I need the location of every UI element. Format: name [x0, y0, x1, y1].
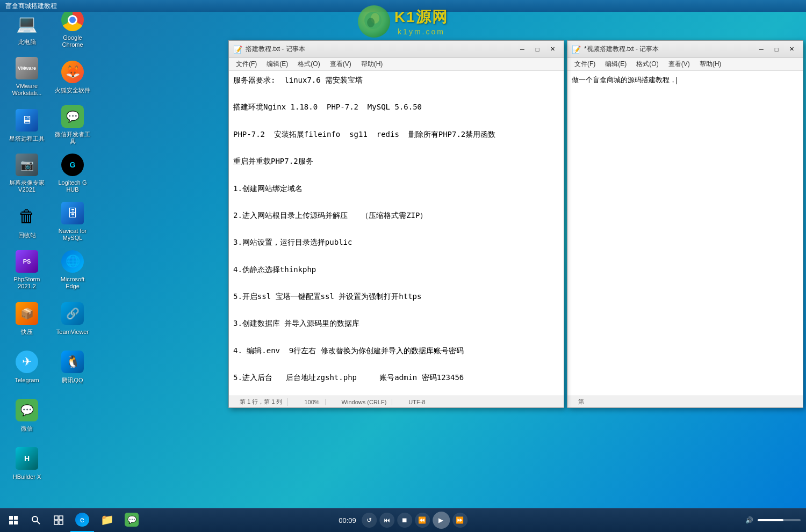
- top-titlebar: 盲盒商城搭建教程: [0, 0, 806, 12]
- recycle-icon: 🗑: [14, 204, 40, 230]
- desktop-icon-wechat[interactable]: 💬 微信: [5, 392, 48, 438]
- media-forward-btn[interactable]: ⏩: [452, 513, 467, 528]
- media-time: 00:09: [339, 516, 356, 524]
- desktop-icon-logitech[interactable]: G Logitech GHUB: [51, 150, 94, 196]
- notepad-secondary-menubar: 文件(F) 编辑(E) 格式(O) 查看(V) 帮助(H): [567, 58, 803, 71]
- hbuilder-icon: H: [14, 446, 40, 471]
- volume-slider[interactable]: [758, 519, 801, 521]
- notepad-secondary-statusbar: 第: [567, 396, 803, 407]
- status-encoding-line: Windows (CRLF): [336, 399, 393, 405]
- notepad-main-menubar: 文件(F) 编辑(E) 格式(O) 查看(V) 帮助(H): [229, 58, 564, 71]
- desktop-icon-navicat[interactable]: 🗄 Navicat forMySQL: [51, 199, 94, 244]
- desktop-icon-qq[interactable]: 🐧 腾讯QQ: [51, 344, 94, 389]
- phpstorm-icon: PS: [14, 250, 40, 274]
- desktop-icon-wechat-dev[interactable]: 💬 微信开发者工具: [51, 102, 94, 148]
- media-stop-btn[interactable]: ⏹: [397, 513, 412, 528]
- sec-menu-format[interactable]: 格式(O): [632, 59, 663, 70]
- notepad-main-icon: 📝: [233, 45, 242, 54]
- kuaiya-icon: 📦: [14, 301, 40, 326]
- notepad-main-titlebar[interactable]: 📝 搭建教程.txt - 记事本 ─ □ ✕: [229, 41, 564, 58]
- svg-rect-8: [59, 521, 63, 524]
- notepad-main-maximize[interactable]: □: [530, 43, 544, 55]
- menu-help[interactable]: 帮助(H): [357, 59, 387, 70]
- notepad-secondary-close[interactable]: ✕: [785, 43, 798, 55]
- notepad-secondary-maximize[interactable]: □: [769, 43, 783, 55]
- search-button[interactable]: [25, 509, 47, 531]
- desktop-icon-remote-tool[interactable]: 🖥 星塔远程工具: [5, 102, 48, 148]
- sec-menu-file[interactable]: 文件(F): [570, 59, 600, 70]
- status-zoom: 100%: [299, 399, 325, 405]
- taskbar-left: e 📁 💬: [0, 508, 143, 532]
- edge-label: MicrosoftEdge: [61, 276, 85, 290]
- menu-view[interactable]: 查看(V): [326, 59, 356, 70]
- notepad-secondary-controls: ─ □ ✕: [754, 43, 798, 55]
- notepad-secondary-content[interactable]: 做一个盲盒商城的源码搭建教程，: [567, 71, 803, 396]
- sec-menu-view[interactable]: 查看(V): [664, 59, 694, 70]
- menu-format[interactable]: 格式(O): [293, 59, 324, 70]
- taskbar-wechat[interactable]: 💬: [120, 508, 143, 532]
- hbuilder-label: HBuilder X: [13, 473, 41, 480]
- huohu-label: 火狐安全软件: [55, 87, 90, 94]
- media-rewind-btn[interactable]: ⏪: [415, 513, 430, 528]
- taskbar-explorer-icon: 📁: [100, 513, 114, 527]
- desktop-icon-teamviewer[interactable]: 🔗 TeamViewer: [51, 295, 94, 341]
- notepad-secondary-icon: 📝: [572, 45, 581, 54]
- desktop-icon-hbuilder[interactable]: H HBuilder X: [5, 440, 48, 486]
- status-position: 第 1 行，第 1 列: [234, 398, 288, 406]
- sec-menu-help[interactable]: 帮助(H): [695, 59, 726, 70]
- windows-logo-icon: [9, 516, 18, 524]
- navicat-label: Navicat forMySQL: [59, 228, 87, 242]
- desktop-icon-computer[interactable]: 💻 此电脑: [5, 5, 48, 51]
- menu-edit[interactable]: 编辑(E): [262, 59, 292, 70]
- svg-point-1: [371, 13, 379, 24]
- desktop-icon-edge[interactable]: 🌐 MicrosoftEdge: [51, 247, 94, 293]
- taskview-icon: [54, 515, 63, 525]
- media-prev-btn[interactable]: ⏮: [379, 513, 394, 528]
- logitech-icon: G: [60, 153, 85, 177]
- desktop-icon-vmware[interactable]: VMware VMwareWorkstati...: [5, 54, 48, 99]
- start-button[interactable]: [3, 509, 24, 531]
- desktop-icon-huohu[interactable]: 🦊 火狐安全软件: [51, 54, 94, 99]
- desktop-icon-chrome[interactable]: GoogleChrome: [51, 5, 94, 51]
- media-play-btn[interactable]: ▶: [433, 512, 450, 529]
- desktop-icons-container: 💻 此电脑 VMware VMwareWorkstati... 🖥 星塔远程工具…: [5, 5, 91, 508]
- media-replay-btn[interactable]: ↺: [362, 513, 377, 528]
- kuaiya-label: 快压: [21, 329, 33, 336]
- notepad-main-statusbar: 第 1 行，第 1 列 100% Windows (CRLF) UTF-8: [229, 396, 564, 407]
- vmware-icon: VMware: [14, 56, 40, 81]
- huohu-icon: 🦊: [60, 59, 85, 85]
- telegram-label: Telegram: [15, 377, 39, 384]
- volume-icon: 🔊: [745, 516, 753, 524]
- notepad-main-controls: ─ □ ✕: [515, 43, 559, 55]
- desktop-icon-screenshot[interactable]: 📷 屏幕录像专家V2021: [5, 150, 48, 196]
- taskbar-edge[interactable]: e: [70, 508, 94, 532]
- telegram-icon: ✈: [14, 349, 40, 375]
- wechat-label: 微信: [21, 425, 33, 432]
- desktop-icon-telegram[interactable]: ✈ Telegram: [5, 344, 48, 389]
- phpstorm-label: PhpStorm2021.2: [14, 276, 40, 290]
- qq-icon: 🐧: [60, 349, 85, 375]
- desktop-icon-phpstorm[interactable]: PS PhpStorm2021.2: [5, 247, 48, 293]
- navicat-icon: 🗄: [60, 201, 85, 225]
- notepad-secondary-window: 📝 *视频搭建教程.txt - 记事本 ─ □ ✕ 文件(F) 编辑(E) 格式…: [567, 40, 803, 408]
- notepad-main-close[interactable]: ✕: [545, 43, 559, 55]
- svg-rect-6: [59, 516, 63, 520]
- taskbar-edge-icon: e: [75, 513, 89, 527]
- menu-file[interactable]: 文件(F): [232, 59, 261, 70]
- taskbar-explorer[interactable]: 📁: [95, 508, 119, 532]
- taskbar-media-center: 00:09 ↺ ⏮ ⏹ ⏪ ▶ ⏩: [339, 512, 467, 529]
- notepad-secondary-titlebar[interactable]: 📝 *视频搭建教程.txt - 记事本 ─ □ ✕: [567, 41, 803, 58]
- taskview-button[interactable]: [48, 509, 69, 531]
- notepad-secondary-minimize[interactable]: ─: [754, 43, 768, 55]
- sec-menu-edit[interactable]: 编辑(E): [601, 59, 631, 70]
- svg-point-2: [367, 18, 375, 27]
- desktop-icon-kuaiya[interactable]: 📦 快压: [5, 295, 48, 341]
- desktop-icon-recycle[interactable]: 🗑 回收站: [5, 199, 48, 244]
- notepad-main-content[interactable]: 服务器要求: linux7.6 需安装宝塔 搭建环境Nginx 1.18.0 P…: [229, 71, 564, 396]
- wechat-dev-icon: 💬: [60, 105, 85, 129]
- edge-icon: 🌐: [60, 250, 85, 274]
- remote-tool-icon: 🖥: [14, 107, 40, 133]
- notepad-main-minimize[interactable]: ─: [515, 43, 529, 55]
- desktop: 盲盒商城搭建教程 K1源网 k1ym.com 💻 此电脑 VMware VMwa…: [0, 0, 806, 532]
- qq-label: 腾讯QQ: [62, 377, 83, 384]
